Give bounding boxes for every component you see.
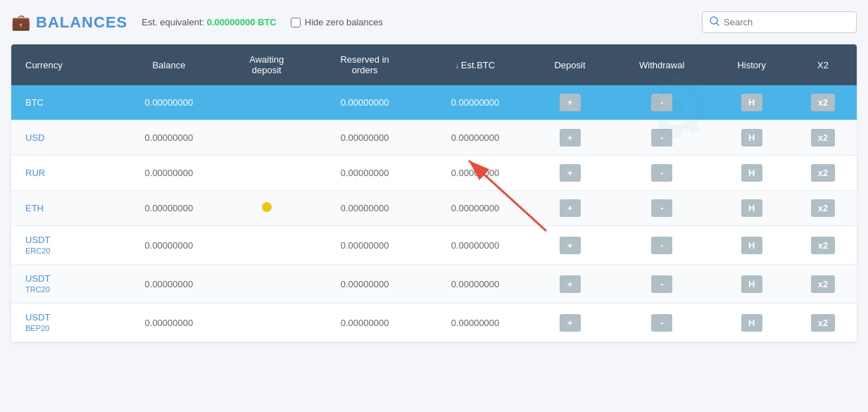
x2-button[interactable]: x2 (811, 275, 835, 293)
cell-awaiting (224, 120, 309, 156)
cell-balance: 0.00000000 (114, 120, 224, 156)
x2-button[interactable]: x2 (811, 237, 835, 254)
history-button[interactable]: H (741, 129, 762, 146)
withdrawal-button[interactable]: - (651, 314, 672, 332)
cell-currency: USDTTRC20 (11, 265, 114, 304)
cell-awaiting (224, 265, 309, 304)
x2-button[interactable]: x2 (811, 164, 835, 182)
page-wrapper: 💼 BALANCES Est. equivalent: 0.00000000 B… (0, 0, 868, 354)
history-button[interactable]: H (741, 94, 762, 111)
pending-dot (262, 202, 272, 212)
col-deposit: Deposit (530, 44, 610, 85)
currency-link[interactable]: RUR (25, 168, 45, 178)
withdrawal-button[interactable]: - (651, 199, 672, 217)
table-body: BTC0.000000000.000000000.00000000+-Hx2US… (11, 85, 857, 342)
col-awaiting: Awaitingdeposit (224, 44, 309, 85)
currency-link[interactable]: USDTTRC20 (25, 273, 50, 294)
col-history: History (714, 44, 789, 85)
cell-history: H (714, 265, 789, 304)
x2-button[interactable]: x2 (811, 199, 835, 217)
table-container: ⚙ Currency Balance Awaitingdeposit Reser… (11, 44, 857, 342)
cell-withdrawal: - (610, 191, 715, 226)
title-area: 💼 BALANCES (11, 13, 127, 32)
currency-link[interactable]: ETH (25, 203, 44, 213)
cell-currency: USDTERC20 (11, 226, 114, 265)
search-box (702, 11, 857, 33)
withdrawal-button[interactable]: - (651, 129, 672, 146)
cell-x2: x2 (789, 226, 857, 265)
currency-link[interactable]: USD (25, 132, 44, 143)
cell-history: H (714, 85, 789, 120)
search-input[interactable] (724, 17, 849, 27)
cell-estbtc: 0.00000000 (420, 120, 530, 156)
cell-reserved: 0.00000000 (309, 265, 420, 304)
cell-balance: 0.00000000 (114, 304, 224, 342)
cell-history: H (714, 304, 789, 342)
withdrawal-button[interactable]: - (651, 237, 672, 254)
cell-withdrawal: - (610, 85, 715, 120)
cell-reserved: 0.00000000 (309, 191, 420, 226)
svg-line-1 (717, 23, 719, 25)
x2-button[interactable]: x2 (811, 314, 835, 332)
cell-balance: 0.00000000 (114, 191, 224, 226)
cell-awaiting (224, 226, 309, 265)
withdrawal-button[interactable]: - (651, 164, 672, 182)
hide-zero-label: Hide zero balances (305, 17, 383, 27)
cell-currency: ETH (11, 191, 114, 226)
deposit-button[interactable]: + (560, 237, 581, 254)
history-button[interactable]: H (741, 199, 762, 217)
cell-x2: x2 (789, 265, 857, 304)
history-button[interactable]: H (741, 314, 762, 332)
x2-button[interactable]: x2 (811, 94, 835, 111)
cell-history: H (714, 191, 789, 226)
currency-link[interactable]: USDTERC20 (25, 235, 50, 256)
cell-deposit: + (530, 265, 610, 304)
cell-estbtc: 0.00000000 (420, 304, 530, 342)
cell-deposit: + (530, 304, 610, 342)
cell-currency: USDTBEP20 (11, 304, 114, 342)
deposit-button[interactable]: + (560, 94, 581, 111)
cell-reserved: 0.00000000 (309, 226, 420, 265)
cell-x2: x2 (789, 120, 857, 156)
cell-awaiting (224, 156, 309, 191)
col-currency: Currency (11, 44, 114, 85)
table-row: ETH0.000000000.000000000.00000000+-Hx2 (11, 191, 857, 226)
cell-deposit: + (530, 226, 610, 265)
cell-history: H (714, 156, 789, 191)
deposit-button[interactable]: + (560, 164, 581, 182)
cell-x2: x2 (789, 156, 857, 191)
cell-reserved: 0.00000000 (309, 156, 420, 191)
table-row: USDTTRC200.000000000.000000000.00000000+… (11, 265, 857, 304)
col-withdrawal: Withdrawal (610, 44, 715, 85)
cell-estbtc: 0.00000000 (420, 85, 530, 120)
cell-withdrawal: - (610, 156, 715, 191)
cell-deposit: + (530, 85, 610, 120)
cell-x2: x2 (789, 85, 857, 120)
deposit-button[interactable]: + (560, 314, 581, 332)
cell-withdrawal: - (610, 304, 715, 342)
cell-balance: 0.00000000 (114, 85, 224, 120)
table-row: BTC0.000000000.000000000.00000000+-Hx2 (11, 85, 857, 120)
hide-zero-checkbox[interactable] (291, 18, 301, 27)
table-row: USDTBEP200.000000000.000000000.00000000+… (11, 304, 857, 342)
cell-awaiting (224, 85, 309, 120)
cell-deposit: + (530, 191, 610, 226)
cell-history: H (714, 120, 789, 156)
withdrawal-button[interactable]: - (651, 94, 672, 111)
currency-link[interactable]: BTC (25, 97, 44, 108)
deposit-button[interactable]: + (560, 199, 581, 217)
cell-history: H (714, 226, 789, 265)
currency-link[interactable]: USDTBEP20 (25, 312, 50, 333)
cell-awaiting (224, 191, 309, 226)
page-title: BALANCES (36, 13, 127, 32)
cell-estbtc: 0.00000000 (420, 191, 530, 226)
deposit-button[interactable]: + (560, 129, 581, 146)
deposit-button[interactable]: + (560, 275, 581, 293)
withdrawal-button[interactable]: - (651, 275, 672, 293)
search-icon (710, 16, 719, 28)
history-button[interactable]: H (741, 275, 762, 293)
x2-button[interactable]: x2 (811, 129, 835, 146)
cell-estbtc: 0.00000000 (420, 265, 530, 304)
history-button[interactable]: H (741, 237, 762, 254)
history-button[interactable]: H (741, 164, 762, 182)
